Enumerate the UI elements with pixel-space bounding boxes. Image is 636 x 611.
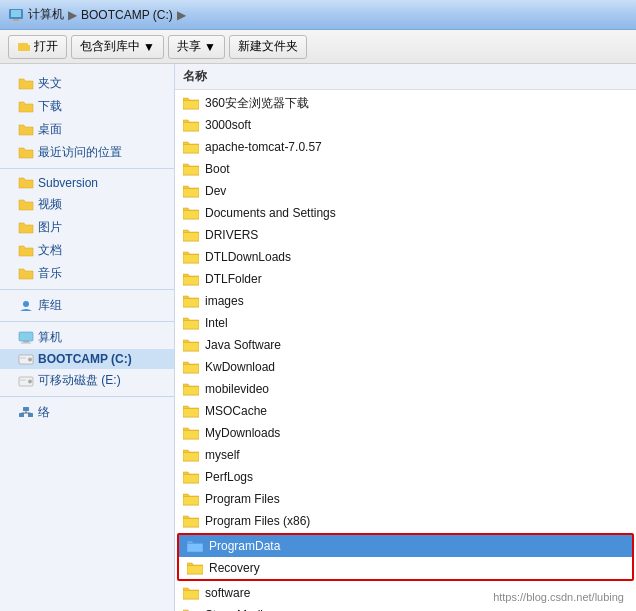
breadcrumb-sep-1: ▶ [68,8,77,22]
folder-icon [18,244,34,258]
file-item-msocache[interactable]: MSOCache [175,400,636,422]
file-item-software[interactable]: software [175,582,636,604]
sidebar-section-network: 络 [0,401,174,424]
share-button[interactable]: 共享 ▼ [168,35,225,59]
file-item-java-software[interactable]: Java Software [175,334,636,356]
sidebar-item-pictures[interactable]: 图片 [0,216,174,239]
file-item-3000soft[interactable]: 3000soft [175,114,636,136]
main-layout: 夹文 下载 桌面 最近访问的位置 Subversion [0,64,636,611]
folder-icon [183,514,199,528]
file-item-dev[interactable]: Dev [175,180,636,202]
sidebar-label-folder: 夹文 [38,75,62,92]
sidebar-label-recent: 最近访问的位置 [38,144,122,161]
file-item-kwdownload[interactable]: KwDownload [175,356,636,378]
sidebar-item-network[interactable]: 络 [0,401,174,424]
sidebar-item-homegroup[interactable]: 库组 [0,294,174,317]
sidebar-item-downloads[interactable]: 下载 [0,95,174,118]
folder-icon [183,250,199,264]
svg-point-14 [28,379,32,383]
removable-drive-icon [18,374,34,388]
sidebar-label-desktop: 桌面 [38,121,62,138]
svg-rect-16 [23,407,29,411]
content-header: 名称 [175,64,636,90]
file-item-tomcat[interactable]: apache-tomcat-7.0.57 [175,136,636,158]
sidebar-item-desktop[interactable]: 桌面 [0,118,174,141]
file-item-recovery[interactable]: Recovery [179,557,632,579]
content-area: 名称 360安全浏览器下载 3000soft apache-tomcat-7.0… [175,64,636,611]
sidebar-item-subversion[interactable]: Subversion [0,173,174,193]
sidebar-section-computer: 算机 BOOTCAMP (C:) 可移动磁盘 (E:) [0,326,174,392]
dropdown-arrow-icon: ▼ [143,40,155,54]
file-name: KwDownload [205,360,275,374]
file-item-360[interactable]: 360安全浏览器下载 [175,92,636,114]
svg-rect-3 [11,21,21,22]
svg-rect-17 [19,413,24,417]
breadcrumb-home[interactable]: 计算机 [28,6,64,23]
folder-icon [183,338,199,352]
folder-icon [183,492,199,506]
sidebar-item-removable[interactable]: 可移动磁盘 (E:) [0,369,174,392]
file-item-dtldownloads[interactable]: DTLDownLoads [175,246,636,268]
folder-icon [183,140,199,154]
file-name: MyDownloads [205,426,280,440]
sidebar-label-computer: 算机 [38,329,62,346]
file-item-programdata[interactable]: ProgramData [179,535,632,557]
file-name: myself [205,448,240,462]
toolbar: 打开 包含到库中 ▼ 共享 ▼ 新建文件夹 [0,30,636,64]
file-item-documents-settings[interactable]: Documents and Settings [175,202,636,224]
file-name: Program Files [205,492,280,506]
svg-rect-7 [19,332,33,341]
file-name: DRIVERS [205,228,258,242]
sidebar-item-computer[interactable]: 算机 [0,326,174,349]
sidebar-item-music[interactable]: 音乐 [0,262,174,285]
open-button[interactable]: 打开 [8,35,67,59]
file-item-intel[interactable]: Intel [175,312,636,334]
file-item-drivers[interactable]: DRIVERS [175,224,636,246]
file-name: Program Files (x86) [205,514,310,528]
file-item-program-files[interactable]: Program Files [175,488,636,510]
folder-icon [18,100,34,114]
breadcrumb-drive[interactable]: BOOTCAMP (C:) [81,8,173,22]
new-folder-button[interactable]: 新建文件夹 [229,35,307,59]
folder-icon [183,448,199,462]
file-name: DTLFolder [205,272,262,286]
sidebar-label-downloads: 下载 [38,98,62,115]
folder-icon [187,561,203,575]
folder-icon [18,267,34,281]
file-item-program-files-x86[interactable]: Program Files (x86) [175,510,636,532]
folder-icon [183,272,199,286]
file-item-stormmedia[interactable]: StormMedia [175,604,636,611]
folder-icon [183,586,199,600]
file-name: MSOCache [205,404,267,418]
sidebar-section-libraries: Subversion 视频 图片 文档 音乐 [0,173,174,285]
sidebar-item-recent[interactable]: 最近访问的位置 [0,141,174,164]
sidebar-item-documents[interactable]: 文档 [0,239,174,262]
breadcrumb-sep-2: ▶ [177,8,186,22]
folder-icon [183,316,199,330]
include-library-button[interactable]: 包含到库中 ▼ [71,35,164,59]
sidebar-label-videos: 视频 [38,196,62,213]
sidebar-item-folder[interactable]: 夹文 [0,72,174,95]
sidebar-item-bootcamp[interactable]: BOOTCAMP (C:) [0,349,174,369]
folder-icon [18,123,34,137]
svg-point-11 [28,358,32,362]
file-name: 360安全浏览器下载 [205,95,309,112]
folder-icon [18,176,34,190]
file-item-mobilevideo[interactable]: mobilevideo [175,378,636,400]
file-item-myself[interactable]: myself [175,444,636,466]
file-item-dtlfolder[interactable]: DTLFolder [175,268,636,290]
file-item-mydownloads[interactable]: MyDownloads [175,422,636,444]
folder-icon [183,426,199,440]
file-item-boot[interactable]: Boot [175,158,636,180]
file-item-perflogs[interactable]: PerfLogs [175,466,636,488]
file-item-images[interactable]: images [175,290,636,312]
folder-icon [183,206,199,220]
sidebar-item-videos[interactable]: 视频 [0,193,174,216]
sidebar-label-homegroup: 库组 [38,297,62,314]
sidebar-label-removable: 可移动磁盘 (E:) [38,372,121,389]
file-name: PerfLogs [205,470,253,484]
folder-icon [183,360,199,374]
folder-icon [183,96,199,110]
sidebar-label-subversion: Subversion [38,176,98,190]
folder-icon [183,382,199,396]
